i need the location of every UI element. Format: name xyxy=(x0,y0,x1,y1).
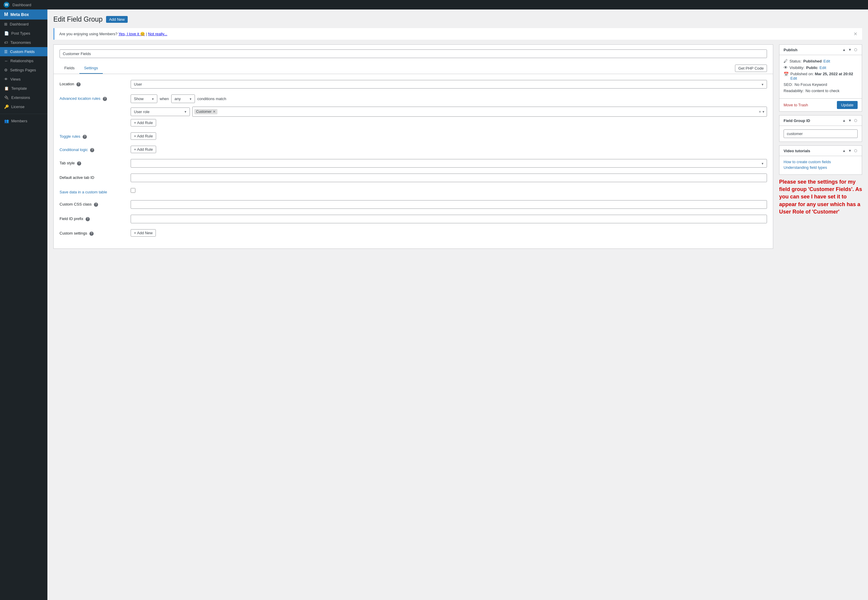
field-group-title-input[interactable] xyxy=(59,50,767,58)
tab-style-label-text: Tab style ? xyxy=(59,159,125,165)
main-layout: M Meta Box ⊞ Dashboard 📄 Post Types 🏷 Ta… xyxy=(0,9,868,600)
rule-value-tag-input[interactable]: Customer ✕ ✕ ▼ xyxy=(192,107,767,117)
field-group-id-input[interactable] xyxy=(784,129,857,138)
status-edit-link[interactable]: Edit xyxy=(824,59,830,64)
advanced-location-row: Advanced location rules ? Show Hide xyxy=(59,94,767,126)
any-select[interactable]: any all xyxy=(171,94,195,103)
sidebar-item-post-types-label: Post Types xyxy=(11,31,30,36)
field-id-prefix-input[interactable] xyxy=(131,215,767,223)
tab-style-control: default box left ▼ xyxy=(131,159,767,168)
relationships-icon: ↔ xyxy=(4,59,8,63)
notice-no-link[interactable]: Not really... xyxy=(148,32,167,36)
sidebar-item-template[interactable]: 📋 Template xyxy=(0,84,47,93)
add-rule-button-1[interactable]: + Add Rule xyxy=(131,119,156,126)
conditions-match-text: conditions match xyxy=(197,97,226,101)
video-tutorials-body: How to create custom fields Understandin… xyxy=(779,156,862,174)
field-group-id-expand-button[interactable]: ⬡ xyxy=(853,118,857,123)
publish-box-expand-button[interactable]: ⬡ xyxy=(853,47,857,52)
custom-settings-add-new-button[interactable]: + Add New xyxy=(131,229,156,236)
move-to-trash-link[interactable]: Move to Trash xyxy=(784,103,808,107)
sidebar-item-license[interactable]: 🔑 License xyxy=(0,102,47,111)
visibility-edit-link[interactable]: Edit xyxy=(819,65,826,70)
field-group-title-wrapper xyxy=(54,45,773,63)
video-tutorials-expand-button[interactable]: ⬡ xyxy=(853,148,857,153)
notice-close-button[interactable]: ✕ xyxy=(853,31,857,37)
conditional-add-rule-button[interactable]: + Add Rule xyxy=(131,146,156,153)
notice-yes-link[interactable]: Yes, I love it 😊 xyxy=(118,32,145,36)
members-notice: Are you enjoying using Members? Yes, I l… xyxy=(53,28,862,40)
sidebar-logo[interactable]: M Meta Box xyxy=(0,9,47,20)
any-select-wrapper: any all ▼ xyxy=(171,94,195,103)
field-group-id-controls: ▲ ▼ ⬡ xyxy=(842,118,857,123)
sidebar-item-dashboard-label: Dashboard xyxy=(10,22,29,26)
video-link-understanding-field-types[interactable]: Understanding field types xyxy=(784,165,857,170)
license-icon: 🔑 xyxy=(4,105,9,109)
video-tutorials-up-button[interactable]: ▲ xyxy=(842,148,846,153)
sidebar-item-taxonomies-label: Taxonomies xyxy=(11,40,31,45)
sidebar-item-members[interactable]: 👥 Members xyxy=(0,117,47,126)
edit-area: Fields Settings Get PHP Code Location ? xyxy=(53,44,862,249)
toggle-rules-label: Toggle rules ? xyxy=(59,132,125,139)
sidebar-item-dashboard[interactable]: ⊞ Dashboard xyxy=(0,20,47,29)
location-control: User Post Term Comment Block ▼ xyxy=(131,80,767,89)
field-id-prefix-label-text: Field ID prefix ? xyxy=(59,215,125,221)
video-tutorials-down-button[interactable]: ▼ xyxy=(848,148,852,153)
save-data-label-text: Save data in a custom table xyxy=(59,188,125,194)
conditional-logic-info-icon: ? xyxy=(90,148,94,152)
toggle-rules-link[interactable]: Toggle rules xyxy=(59,134,80,139)
custom-css-input[interactable] xyxy=(131,200,767,209)
location-label: Location ? xyxy=(59,80,125,86)
custom-settings-control: + Add New xyxy=(131,229,767,236)
notice-separator: | xyxy=(146,32,147,36)
tab-settings[interactable]: Settings xyxy=(79,63,103,74)
field-group-id-title: Field Group ID xyxy=(784,118,810,123)
sidebar-item-extensions-label: Extensions xyxy=(11,95,30,100)
tab-style-select[interactable]: default box left xyxy=(131,159,767,168)
rule-type-select[interactable]: User role User ID User capability xyxy=(131,108,190,116)
tab-style-row: Tab style ? default box left xyxy=(59,159,767,168)
sidebar-item-custom-fields-label: Custom Fields xyxy=(10,50,35,54)
publish-box-body: 🖊 Status: Published Edit 👁 Visibility: P… xyxy=(779,55,862,98)
sidebar-item-relationships[interactable]: ↔ Relationships xyxy=(0,56,47,65)
notice-message: Are you enjoying using Members? xyxy=(59,32,118,36)
custom-settings-row: Custom settings ? + Add New xyxy=(59,229,767,236)
field-group-id-down-button[interactable]: ▼ xyxy=(848,118,852,123)
sidebar-item-custom-fields[interactable]: ☰ Custom Fields xyxy=(0,47,47,56)
tag-dropdown-icon[interactable]: ✕ ▼ xyxy=(759,110,765,114)
tab-fields[interactable]: Fields xyxy=(59,63,79,74)
toggle-add-rule-button[interactable]: + Add Rule xyxy=(131,132,156,140)
video-link-how-to-create[interactable]: How to create custom fields xyxy=(784,160,857,164)
published-on-edit-link[interactable]: Edit xyxy=(791,76,797,80)
publish-box-collapse-up-button[interactable]: ▲ xyxy=(842,47,846,52)
sidebar-item-settings-pages-label: Settings Pages xyxy=(10,68,36,72)
dashboard-icon: ⊞ xyxy=(4,22,8,26)
sidebar-item-extensions[interactable]: 🔌 Extensions xyxy=(0,93,47,102)
conditional-logic-link[interactable]: Conditional logic xyxy=(59,147,88,152)
status-label: Status: xyxy=(789,59,801,64)
show-select[interactable]: Show Hide xyxy=(131,94,157,103)
field-group-id-up-button[interactable]: ▲ xyxy=(842,118,846,123)
advanced-location-label: Advanced location rules ? xyxy=(59,94,125,101)
update-button[interactable]: Update xyxy=(837,101,857,109)
location-select[interactable]: User Post Term Comment Block xyxy=(131,80,767,89)
field-group-id-body xyxy=(779,126,862,142)
sidebar-brand-label: Meta Box xyxy=(11,12,29,17)
views-icon: 👁 xyxy=(4,77,8,82)
publish-box-collapse-down-button[interactable]: ▼ xyxy=(848,47,852,52)
calendar-icon: 📅 xyxy=(784,72,789,76)
advanced-location-link[interactable]: Advanced location rules xyxy=(59,96,100,101)
show-when-row: Show Hide ▼ when any xyxy=(131,94,767,103)
add-new-button[interactable]: Add New xyxy=(106,16,128,23)
sidebar-item-taxonomies[interactable]: 🏷 Taxonomies xyxy=(0,38,47,47)
video-tutorials-controls: ▲ ▼ ⬡ xyxy=(842,148,857,153)
sidebar-item-post-types[interactable]: 📄 Post Types xyxy=(0,29,47,38)
sidebar-item-views[interactable]: 👁 Views xyxy=(0,75,47,84)
customer-tag-remove-button[interactable]: ✕ xyxy=(213,109,215,114)
save-data-link[interactable]: Save data in a custom table xyxy=(59,190,107,194)
meta-box-logo-icon: M xyxy=(4,12,8,17)
sidebar-item-settings-pages[interactable]: ⚙ Settings Pages xyxy=(0,65,47,75)
default-tab-input[interactable] xyxy=(131,174,767,182)
get-php-code-button[interactable]: Get PHP Code xyxy=(735,65,767,72)
toggle-rules-row: Toggle rules ? + Add Rule xyxy=(59,132,767,140)
save-data-checkbox[interactable] xyxy=(131,188,135,193)
